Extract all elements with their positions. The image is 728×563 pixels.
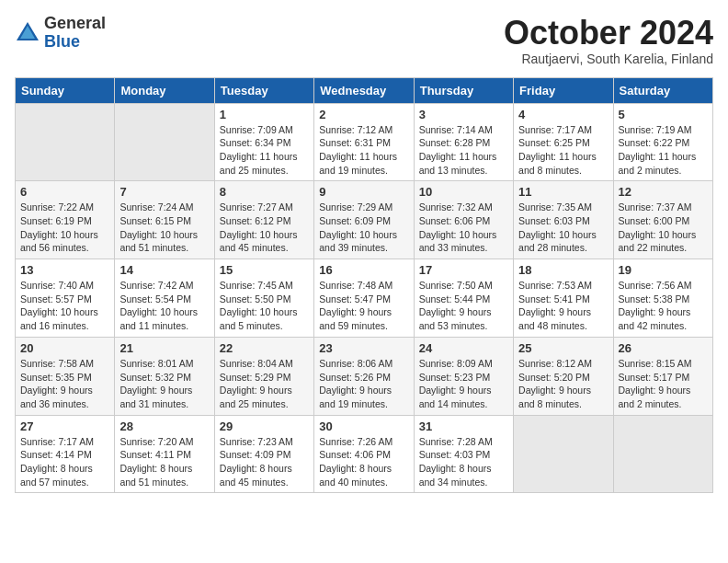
calendar-day-cell: 4Sunrise: 7:17 AMSunset: 6:25 PMDaylight… [514,103,613,181]
day-number: 27 [20,419,109,433]
day-number: 25 [518,341,608,355]
title-block: October 2024 Rautjaervi, South Karelia, … [504,15,713,66]
day-info: Sunrise: 7:42 AMSunset: 5:54 PMDaylight:… [119,279,209,333]
day-info: Sunrise: 7:17 AMSunset: 4:14 PMDaylight:… [20,435,109,489]
day-info: Sunrise: 8:06 AMSunset: 5:26 PMDaylight:… [319,357,408,411]
weekday-header: Tuesday [214,77,313,103]
calendar-day-cell [613,415,712,493]
day-info: Sunrise: 7:29 AMSunset: 6:09 PMDaylight:… [319,201,408,255]
calendar-day-cell: 14Sunrise: 7:42 AMSunset: 5:54 PMDayligh… [115,259,214,338]
day-number: 13 [20,263,109,277]
day-info: Sunrise: 7:28 AMSunset: 4:03 PMDaylight:… [419,435,508,489]
day-number: 7 [119,185,209,199]
day-info: Sunrise: 7:45 AMSunset: 5:50 PMDaylight:… [220,279,309,333]
calendar-week-row: 1Sunrise: 7:09 AMSunset: 6:34 PMDaylight… [16,103,713,181]
calendar-day-cell: 5Sunrise: 7:19 AMSunset: 6:22 PMDaylight… [613,103,712,181]
calendar-day-cell: 21Sunrise: 8:01 AMSunset: 5:32 PMDayligh… [115,337,214,415]
calendar-day-cell: 30Sunrise: 7:26 AMSunset: 4:06 PMDayligh… [314,415,414,493]
day-number: 10 [419,185,508,199]
weekday-header: Saturday [613,77,712,103]
calendar-header-row: SundayMondayTuesdayWednesdayThursdayFrid… [16,77,713,103]
day-number: 9 [319,185,408,199]
day-info: Sunrise: 7:37 AMSunset: 6:00 PMDaylight:… [619,201,708,255]
day-info: Sunrise: 8:15 AMSunset: 5:17 PMDaylight:… [619,357,708,411]
calendar-day-cell: 24Sunrise: 8:09 AMSunset: 5:23 PMDayligh… [414,337,513,415]
calendar-day-cell: 3Sunrise: 7:14 AMSunset: 6:28 PMDaylight… [414,103,513,181]
calendar-day-cell: 9Sunrise: 7:29 AMSunset: 6:09 PMDaylight… [314,181,414,259]
day-number: 3 [419,108,508,121]
calendar-day-cell: 28Sunrise: 7:20 AMSunset: 4:11 PMDayligh… [115,415,214,493]
day-info: Sunrise: 7:48 AMSunset: 5:47 PMDaylight:… [319,279,408,333]
calendar-day-cell: 12Sunrise: 7:37 AMSunset: 6:00 PMDayligh… [613,181,712,259]
day-info: Sunrise: 7:40 AMSunset: 5:57 PMDaylight:… [20,279,109,333]
page-header: General Blue October 2024 Rautjaervi, So… [15,15,713,66]
day-number: 4 [518,108,608,121]
day-number: 29 [220,419,309,433]
day-info: Sunrise: 7:32 AMSunset: 6:06 PMDaylight:… [419,201,508,255]
calendar-day-cell: 8Sunrise: 7:27 AMSunset: 6:12 PMDaylight… [214,181,313,259]
day-info: Sunrise: 7:09 AMSunset: 6:34 PMDaylight:… [220,123,309,178]
calendar-table: SundayMondayTuesdayWednesdayThursdayFrid… [15,77,713,494]
day-info: Sunrise: 8:04 AMSunset: 5:29 PMDaylight:… [220,357,309,411]
calendar-day-cell: 1Sunrise: 7:09 AMSunset: 6:34 PMDaylight… [214,103,313,181]
calendar-day-cell: 15Sunrise: 7:45 AMSunset: 5:50 PMDayligh… [214,259,313,338]
day-number: 26 [619,341,708,355]
calendar-day-cell: 31Sunrise: 7:28 AMSunset: 4:03 PMDayligh… [414,415,513,493]
logo-icon [15,20,40,46]
day-number: 20 [20,341,109,355]
day-info: Sunrise: 7:24 AMSunset: 6:15 PMDaylight:… [119,201,209,255]
calendar-week-row: 13Sunrise: 7:40 AMSunset: 5:57 PMDayligh… [16,259,713,338]
day-info: Sunrise: 7:26 AMSunset: 4:06 PMDaylight:… [319,435,408,489]
day-info: Sunrise: 7:23 AMSunset: 4:09 PMDaylight:… [220,435,309,489]
calendar-week-row: 20Sunrise: 7:58 AMSunset: 5:35 PMDayligh… [16,337,713,415]
day-info: Sunrise: 7:14 AMSunset: 6:28 PMDaylight:… [419,123,508,178]
calendar-day-cell: 19Sunrise: 7:56 AMSunset: 5:38 PMDayligh… [613,259,712,338]
calendar-day-cell: 26Sunrise: 8:15 AMSunset: 5:17 PMDayligh… [613,337,712,415]
day-number: 6 [20,185,109,199]
day-info: Sunrise: 7:53 AMSunset: 5:41 PMDaylight:… [518,279,608,333]
day-info: Sunrise: 8:12 AMSunset: 5:20 PMDaylight:… [518,357,608,411]
day-info: Sunrise: 7:12 AMSunset: 6:31 PMDaylight:… [319,123,408,178]
day-number: 14 [119,263,209,277]
calendar-day-cell: 18Sunrise: 7:53 AMSunset: 5:41 PMDayligh… [514,259,613,338]
day-number: 2 [319,108,408,121]
day-info: Sunrise: 7:56 AMSunset: 5:38 PMDaylight:… [619,279,708,333]
logo: General Blue [15,15,106,52]
calendar-day-cell: 10Sunrise: 7:32 AMSunset: 6:06 PMDayligh… [414,181,513,259]
location-subtitle: Rautjaervi, South Karelia, Finland [504,52,713,66]
day-info: Sunrise: 7:27 AMSunset: 6:12 PMDaylight:… [220,201,309,255]
calendar-day-cell: 6Sunrise: 7:22 AMSunset: 6:19 PMDaylight… [16,181,115,259]
day-info: Sunrise: 8:01 AMSunset: 5:32 PMDaylight:… [119,357,209,411]
day-number: 11 [518,185,608,199]
calendar-day-cell: 7Sunrise: 7:24 AMSunset: 6:15 PMDaylight… [115,181,214,259]
day-number: 22 [220,341,309,355]
day-number: 8 [220,185,309,199]
day-info: Sunrise: 8:09 AMSunset: 5:23 PMDaylight:… [419,357,508,411]
day-number: 28 [119,419,209,433]
calendar-week-row: 27Sunrise: 7:17 AMSunset: 4:14 PMDayligh… [16,415,713,493]
day-number: 15 [220,263,309,277]
calendar-day-cell: 17Sunrise: 7:50 AMSunset: 5:44 PMDayligh… [414,259,513,338]
calendar-day-cell: 27Sunrise: 7:17 AMSunset: 4:14 PMDayligh… [16,415,115,493]
day-info: Sunrise: 7:58 AMSunset: 5:35 PMDaylight:… [20,357,109,411]
day-number: 30 [319,419,408,433]
day-number: 31 [419,419,508,433]
weekday-header: Sunday [16,77,115,103]
day-info: Sunrise: 7:17 AMSunset: 6:25 PMDaylight:… [518,123,608,178]
day-number: 17 [419,263,508,277]
calendar-day-cell [514,415,613,493]
calendar-day-cell [16,103,115,181]
weekday-header: Friday [514,77,613,103]
day-info: Sunrise: 7:19 AMSunset: 6:22 PMDaylight:… [619,123,708,178]
calendar-day-cell: 25Sunrise: 8:12 AMSunset: 5:20 PMDayligh… [514,337,613,415]
calendar-day-cell: 29Sunrise: 7:23 AMSunset: 4:09 PMDayligh… [214,415,313,493]
month-title: October 2024 [504,15,713,52]
calendar-day-cell: 13Sunrise: 7:40 AMSunset: 5:57 PMDayligh… [16,259,115,338]
day-number: 1 [220,108,309,121]
day-number: 21 [119,341,209,355]
day-number: 18 [518,263,608,277]
day-info: Sunrise: 7:35 AMSunset: 6:03 PMDaylight:… [518,201,608,255]
calendar-week-row: 6Sunrise: 7:22 AMSunset: 6:19 PMDaylight… [16,181,713,259]
day-number: 23 [319,341,408,355]
day-number: 12 [619,185,708,199]
